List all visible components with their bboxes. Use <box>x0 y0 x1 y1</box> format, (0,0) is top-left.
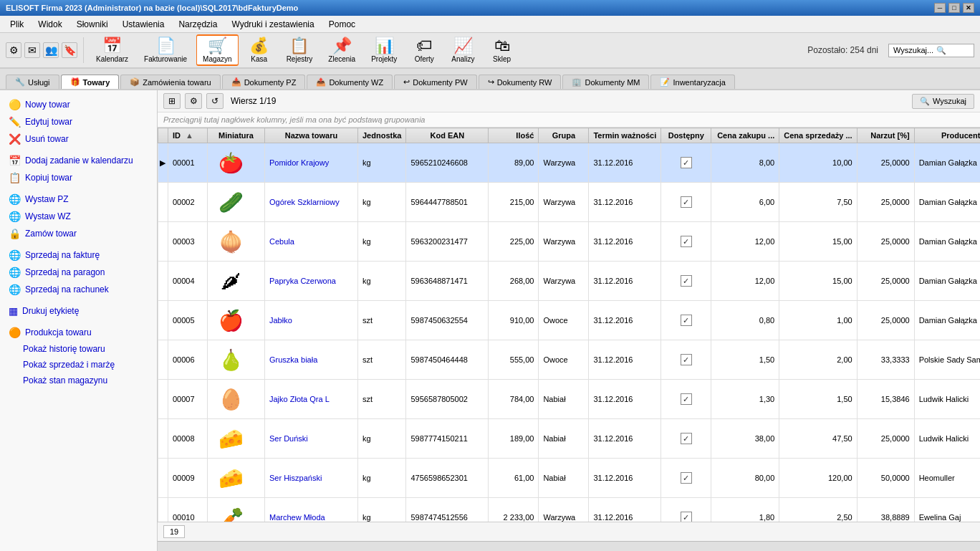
table-row[interactable]: 00007 🥚 Jajko Złota Qra L szt 5956587805… <box>158 380 981 419</box>
sidebar-sprzedaj-faktura[interactable]: 🌐 Sprzedaj na fakturę <box>3 246 154 264</box>
toolbar-small-btn-3[interactable]: 👥 <box>43 42 59 58</box>
col-unit-header[interactable]: Jednostka <box>358 128 406 143</box>
col-sellprice-header[interactable]: Cena sprzedaży ... <box>779 128 857 143</box>
sidebar-historia[interactable]: Pokaż historię towaru <box>3 341 154 357</box>
toolbar-small-btn-1[interactable]: ⚙ <box>6 42 21 58</box>
refresh-btn[interactable]: ↺ <box>206 93 224 109</box>
minimize-button[interactable]: ─ <box>934 3 946 13</box>
table-container[interactable]: ID ▲ Miniatura Nazwa towaru Jednostka <box>158 128 980 522</box>
zlecenia-btn[interactable]: 📌 Zlecenia <box>322 34 362 66</box>
col-id-header[interactable]: ID ▲ <box>168 128 208 143</box>
sidebar-stan-magazynu[interactable]: Pokaż stan magazynu <box>3 373 154 388</box>
top-search-box[interactable]: Wyszukaj... 🔍 <box>888 44 974 57</box>
table-row[interactable]: 00006 🍐 Gruszka biała szt 5987450464448 … <box>158 340 981 380</box>
magazyn-btn[interactable]: 🛒 Magazyn <box>196 34 239 66</box>
table-row[interactable]: 00005 🍎 Jabłko szt 5987450632554 910,00 … <box>158 301 981 340</box>
sidebar-edytuj-towar[interactable]: ✏️ Edytuj towar <box>3 113 154 130</box>
sidebar-produkcja[interactable]: 🟠 Produkcja towaru <box>3 324 154 341</box>
table-row[interactable]: 00004 🌶 Papryka Czerwona kg 596364887147… <box>158 262 981 301</box>
tab-inwentaryzacja[interactable]: 📝 Inwentaryzacja <box>650 75 734 89</box>
menu-item-widok[interactable]: Widok <box>31 18 69 31</box>
row-name-6[interactable]: Jajko Złota Qra L <box>265 380 358 419</box>
oferty-btn[interactable]: 🏷 Oferty <box>406 34 442 66</box>
row-name-2[interactable]: Cebula <box>265 222 358 262</box>
sidebar-wystaw-pz[interactable]: 🌐 Wystaw PZ <box>3 191 154 208</box>
rejestry-btn[interactable]: 📋 Rejestry <box>280 34 320 66</box>
row-avail-3[interactable] <box>661 262 711 301</box>
sidebar-dodaj-zadanie[interactable]: 📅 Dodaj zadanie w kalendarzu <box>3 152 154 169</box>
tab-pw[interactable]: ↩ Dokumenty PW <box>394 75 476 89</box>
col-avail-header[interactable]: Dostępny <box>661 128 711 143</box>
col-margin-header[interactable]: Narzut [%] <box>857 128 914 143</box>
row-avail-9[interactable] <box>661 498 711 522</box>
menu-item-narzędzia[interactable]: Narzędzia <box>171 18 224 31</box>
menu-item-ustawienia[interactable]: Ustawienia <box>115 18 172 31</box>
sidebar-kopiuj-towar[interactable]: 📋 Kopiuj towar <box>3 169 154 186</box>
sidebar-sprzedaz-marza[interactable]: Pokaż sprzedaż i marżę <box>3 357 154 373</box>
row-name-5[interactable]: Gruszka biała <box>265 340 358 380</box>
row-avail-1[interactable] <box>661 183 711 222</box>
table-row[interactable]: 00010 🥕 Marchew Młoda kg 5987474512556 2… <box>158 498 981 522</box>
kasa-btn[interactable]: 💰 Kasa <box>241 34 277 66</box>
menu-item-słowniki[interactable]: Słowniki <box>69 18 115 31</box>
tab-pz[interactable]: 📥 Dokumenty PZ <box>222 75 306 89</box>
tab-mm[interactable]: 🏢 Dokumenty MM <box>562 75 649 89</box>
sidebar-zamow-towar[interactable]: 🔒 Zamów towar <box>3 225 154 242</box>
table-row[interactable]: 00009 🧀 Ser Hiszpański kg 4756598652301 … <box>158 459 981 498</box>
fakturowanie-btn[interactable]: 📄 Fakturowanie <box>138 34 193 66</box>
col-group-header[interactable]: Grupa <box>539 128 589 143</box>
table-row[interactable]: 00002 🥒 Ogórek Szklarniowy kg 5964447788… <box>158 183 981 222</box>
col-buyprice-header[interactable]: Cena zakupu ... <box>711 128 779 143</box>
row-avail-8[interactable] <box>661 459 711 498</box>
tab-wz[interactable]: 📤 Dokumenty WZ <box>307 75 393 89</box>
row-avail-7[interactable] <box>661 419 711 459</box>
close-button[interactable]: ✕ <box>963 3 974 13</box>
row-avail-0[interactable] <box>661 143 711 183</box>
tab-zamowienia[interactable]: 📦 Zamówienia towaru <box>120 75 220 89</box>
grid-view-btn[interactable]: ⊞ <box>163 93 181 109</box>
col-qty-header[interactable]: Ilość <box>489 128 539 143</box>
col-producer-header[interactable]: Producent <box>914 128 980 143</box>
menu-item-wydruki-i-zestawienia[interactable]: Wydruki i zestawienia <box>224 18 321 31</box>
settings-view-btn[interactable]: ⚙ <box>185 93 202 109</box>
col-mini-header[interactable]: Miniatura <box>208 128 265 143</box>
row-avail-5[interactable] <box>661 340 711 380</box>
col-name-header[interactable]: Nazwa towaru <box>265 128 358 143</box>
menu-item-pomoc[interactable]: Pomoc <box>322 18 362 31</box>
row-name-0[interactable]: Pomidor Krajowy <box>265 143 358 183</box>
row-name-7[interactable]: Ser Duński <box>265 419 358 459</box>
row-name-9[interactable]: Marchew Młoda <box>265 498 358 522</box>
sidebar-usun-towar[interactable]: ❌ Usuń towar <box>3 130 154 148</box>
kalendarz-btn[interactable]: 📅 Kalendarz <box>90 34 135 66</box>
col-expire-header[interactable]: Termin ważności <box>589 128 661 143</box>
tab-uslugi[interactable]: 🔧 Usługi <box>6 75 59 89</box>
sklep-btn[interactable]: 🛍 Sklep <box>484 34 520 66</box>
table-row[interactable]: 00008 🧀 Ser Duński kg 5987774150211 189,… <box>158 419 981 459</box>
sidebar-drukuj-etykiete[interactable]: ▦ Drukuj etykietę <box>3 302 154 320</box>
analizy-btn[interactable]: 📈 Analizy <box>445 34 481 66</box>
sidebar-nowy-towar[interactable]: 🟡 Nowy towar <box>3 96 154 113</box>
row-avail-2[interactable] <box>661 222 711 262</box>
row-name-3[interactable]: Papryka Czerwona <box>265 262 358 301</box>
row-avail-4[interactable] <box>661 301 711 340</box>
row-avail-6[interactable] <box>661 380 711 419</box>
col-ean-header[interactable]: Kod EAN <box>406 128 489 143</box>
tab-towary[interactable]: 🎁 Towary <box>61 75 120 89</box>
search-button[interactable]: 🔍 Wyszukaj <box>912 94 974 109</box>
table-row[interactable]: 00003 🧅 Cebula kg 5963200231477 225,00 W… <box>158 222 981 262</box>
page-number[interactable]: 19 <box>163 525 185 538</box>
sidebar-sprzedaj-paragon[interactable]: 🌐 Sprzedaj na paragon <box>3 264 154 281</box>
maximize-button[interactable]: □ <box>948 3 960 13</box>
row-name-8[interactable]: Ser Hiszpański <box>265 459 358 498</box>
row-name-1[interactable]: Ogórek Szklarniowy <box>265 183 358 222</box>
tab-rw[interactable]: ↪ Dokumenty RW <box>479 75 562 89</box>
hscrollbar[interactable] <box>158 541 980 551</box>
row-name-4[interactable]: Jabłko <box>265 301 358 340</box>
toolbar-small-btn-4[interactable]: 🔖 <box>62 42 77 58</box>
projekty-btn[interactable]: 📊 Projekty <box>365 34 403 66</box>
sidebar-wystaw-wz[interactable]: 🌐 Wystaw WZ <box>3 208 154 225</box>
table-row[interactable]: ▶ 00001 🍅 Pomidor Krajowy kg 59652102466… <box>158 143 981 183</box>
sidebar-sprzedaj-rachunek[interactable]: 🌐 Sprzedaj na rachunek <box>3 281 154 298</box>
toolbar-small-btn-2[interactable]: ✉ <box>24 42 40 58</box>
menu-item-plik[interactable]: Plik <box>3 18 31 31</box>
